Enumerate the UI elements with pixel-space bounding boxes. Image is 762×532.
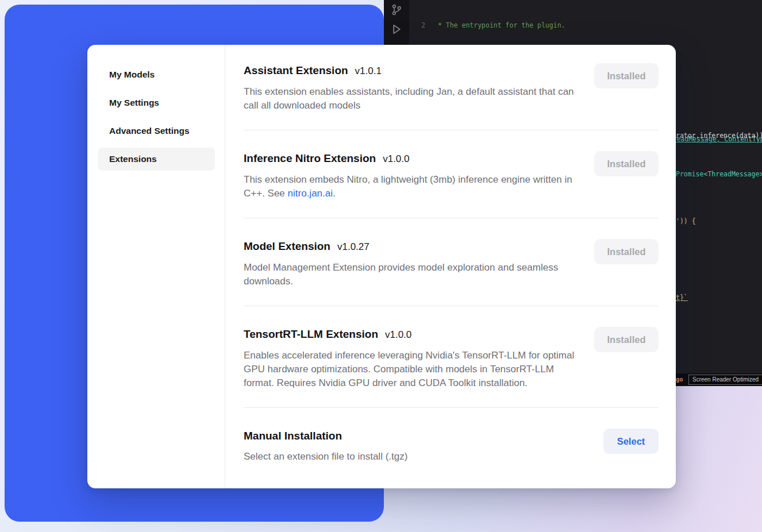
extension-description: Enables accelerated inference leveraging… bbox=[244, 349, 577, 390]
extension-row-model: Model Extension v1.0.27 Model Management… bbox=[244, 218, 659, 306]
status-badge[interactable]: go bbox=[676, 376, 683, 383]
extension-description: This extension enables assistants, inclu… bbox=[244, 85, 577, 113]
extension-info: Assistant Extension v1.0.1 This extensio… bbox=[244, 63, 577, 113]
manual-installation-title: Manual Installation bbox=[244, 429, 342, 444]
code-text: * The entrypoint for the plugin. bbox=[434, 21, 565, 30]
installed-button[interactable]: Installed bbox=[594, 239, 659, 264]
code-fragment: Promise<ThreadMessage> bbox=[676, 170, 762, 178]
extension-row-assistant: Assistant Extension v1.0.1 This extensio… bbox=[244, 45, 659, 130]
description-text: This extension enables assistants, inclu… bbox=[244, 86, 574, 111]
settings-modal: My Models My Settings Advanced Settings … bbox=[87, 45, 676, 488]
sidebar-item-label: Advanced Settings bbox=[109, 126, 190, 136]
settings-sidebar: My Models My Settings Advanced Settings … bbox=[87, 45, 225, 488]
extension-version: v1.0.27 bbox=[337, 240, 370, 255]
extensions-panel: Assistant Extension v1.0.1 This extensio… bbox=[225, 45, 676, 488]
sidebar-item-label: Extensions bbox=[109, 154, 157, 164]
line-number: 2 bbox=[409, 21, 425, 30]
code-line: 2 * The entrypoint for the plugin. bbox=[409, 21, 762, 30]
extension-version: v1.0.1 bbox=[355, 64, 382, 79]
extension-name: Assistant Extension bbox=[244, 63, 348, 78]
code-fragment: rator.inference(data)); bbox=[676, 132, 762, 140]
manual-installation-description: Select an extension file to install (.tg… bbox=[244, 450, 407, 464]
extension-row-nitro: Inference Nitro Extension v1.0.0 This ex… bbox=[244, 130, 659, 218]
description-text: Enables accelerated inference leveraging… bbox=[244, 350, 574, 388]
installed-button[interactable]: Installed bbox=[594, 151, 659, 176]
extension-row-tensorrt: TensortRT-LLM Extension v1.0.0 Enables a… bbox=[244, 306, 659, 408]
extension-version: v1.0.0 bbox=[385, 327, 411, 342]
select-file-button[interactable]: Select bbox=[603, 429, 659, 454]
sidebar-item-label: My Models bbox=[109, 70, 155, 80]
extension-title-row: Manual Installation bbox=[244, 429, 407, 444]
extension-name: TensortRT-LLM Extension bbox=[244, 327, 378, 342]
desktop-background: 2 * The entrypoint for the plugin. 3 */ … bbox=[0, 0, 762, 532]
extension-info: Model Extension v1.0.27 Model Management… bbox=[244, 239, 577, 288]
run-debug-icon[interactable] bbox=[384, 20, 409, 39]
sidebar-item-my-settings[interactable]: My Settings bbox=[98, 91, 215, 114]
sidebar-item-advanced-settings[interactable]: Advanced Settings bbox=[98, 119, 215, 142]
manual-installation-row: Manual Installation Select an extension … bbox=[244, 408, 659, 476]
sidebar-item-my-models[interactable]: My Models bbox=[98, 63, 215, 86]
description-text: Model Management Extension provides mode… bbox=[244, 262, 558, 287]
installed-button[interactable]: Installed bbox=[594, 327, 659, 352]
extension-name: Model Extension bbox=[244, 239, 330, 254]
extension-title-row: Model Extension v1.0.27 bbox=[244, 239, 577, 255]
extension-title-row: Assistant Extension v1.0.1 bbox=[244, 63, 577, 79]
extension-title-row: TensortRT-LLM Extension v1.0.0 bbox=[244, 327, 577, 342]
source-control-icon[interactable] bbox=[384, 0, 409, 20]
extension-info: Manual Installation Select an extension … bbox=[244, 429, 407, 464]
installed-button[interactable]: Installed bbox=[594, 63, 659, 88]
extension-version: v1.0.0 bbox=[383, 152, 409, 167]
extension-name: Inference Nitro Extension bbox=[244, 151, 376, 166]
sidebar-item-extensions[interactable]: Extensions bbox=[98, 148, 215, 171]
extension-info: TensortRT-LLM Extension v1.0.0 Enables a… bbox=[244, 327, 577, 390]
extension-description: Model Management Extension provides mode… bbox=[244, 261, 577, 288]
code-fragment: t}` bbox=[676, 294, 688, 302]
extension-title-row: Inference Nitro Extension v1.0.0 bbox=[244, 151, 577, 167]
sidebar-item-label: My Settings bbox=[109, 98, 159, 108]
description-text: Select an extension file to install (.tg… bbox=[244, 451, 407, 462]
extension-info: Inference Nitro Extension v1.0.0 This ex… bbox=[244, 151, 577, 201]
extension-description: This extension embeds Nitro, a lightweig… bbox=[244, 173, 577, 201]
code-fragment: ')) { bbox=[676, 217, 696, 225]
screen-reader-optimized-status[interactable]: Screen Reader Optimized bbox=[688, 375, 762, 385]
nitro-jan-ai-link[interactable]: nitro.jan.ai. bbox=[288, 188, 336, 199]
